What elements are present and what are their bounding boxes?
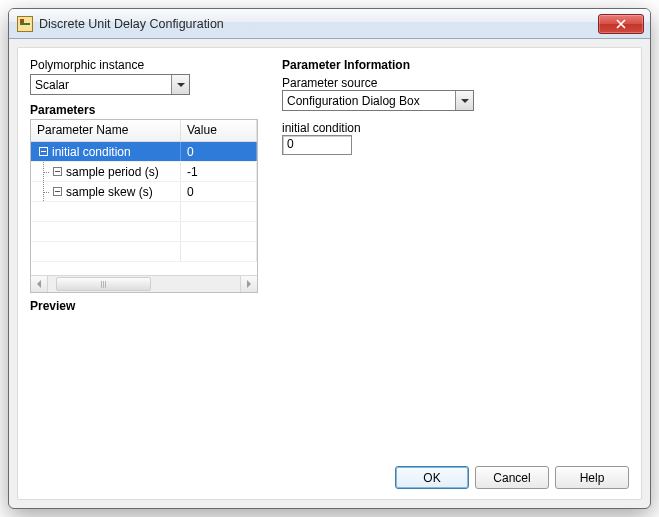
parameters-header-row: Parameter Name Value — [31, 120, 257, 142]
tree-toggle-icon[interactable] — [39, 147, 48, 156]
parameter-info-header: Parameter Information — [282, 58, 629, 72]
param-name: sample period (s) — [66, 165, 159, 179]
parameter-value-input[interactable]: 0 — [282, 135, 352, 155]
parameter-source-combobox[interactable]: Configuration Dialog Box — [282, 90, 474, 111]
polymorphic-dropdown-button[interactable] — [171, 75, 189, 94]
param-name: sample skew (s) — [66, 185, 153, 199]
content-area: Polymorphic instance Scalar Parameters P… — [17, 47, 642, 500]
parameters-table[interactable]: Parameter Name Value initial condition 0 — [30, 119, 258, 293]
param-value: 0 — [181, 182, 257, 201]
parameter-source-value: Configuration Dialog Box — [283, 94, 455, 108]
button-bar: OK Cancel Help — [30, 466, 629, 489]
tree-toggle-icon[interactable] — [53, 167, 62, 176]
scroll-track[interactable] — [48, 276, 240, 292]
horizontal-scrollbar[interactable] — [31, 275, 257, 292]
chevron-left-icon — [35, 280, 43, 288]
tree-toggle-icon[interactable] — [53, 187, 62, 196]
polymorphic-value: Scalar — [31, 78, 171, 92]
scroll-right-button[interactable] — [240, 276, 257, 292]
titlebar[interactable]: Discrete Unit Delay Configuration — [9, 9, 650, 39]
app-icon — [17, 16, 33, 32]
col-header-name[interactable]: Parameter Name — [31, 120, 181, 141]
chevron-down-icon — [461, 97, 469, 105]
help-button[interactable]: Help — [555, 466, 629, 489]
parameters-header: Parameters — [30, 103, 258, 117]
parameter-detail-label: initial condition — [282, 121, 629, 135]
tree-line-icon — [39, 162, 49, 181]
left-column: Polymorphic instance Scalar Parameters P… — [30, 58, 258, 458]
scroll-left-button[interactable] — [31, 276, 48, 292]
parameters-rows: initial condition 0 sample period (s) -1 — [31, 142, 257, 275]
parameter-detail: initial condition 0 — [282, 121, 629, 155]
table-row — [31, 242, 257, 262]
window-title: Discrete Unit Delay Configuration — [39, 17, 224, 31]
col-header-value[interactable]: Value — [181, 120, 257, 141]
help-label: Help — [580, 471, 605, 485]
ok-button[interactable]: OK — [395, 466, 469, 489]
right-column: Parameter Information Parameter source C… — [282, 58, 629, 458]
param-value: -1 — [181, 162, 257, 181]
polymorphic-label: Polymorphic instance — [30, 58, 258, 72]
chevron-down-icon — [177, 81, 185, 89]
parameter-source-label: Parameter source — [282, 76, 629, 90]
parameter-source-dropdown-button[interactable] — [455, 91, 473, 110]
table-row[interactable]: sample skew (s) 0 — [31, 182, 257, 202]
parameter-value-text: 0 — [287, 137, 294, 151]
param-value: 0 — [181, 142, 257, 161]
close-button[interactable] — [598, 14, 644, 34]
scroll-thumb[interactable] — [56, 277, 151, 291]
dialog-window: Discrete Unit Delay Configuration Polymo… — [8, 8, 651, 509]
table-row[interactable]: initial condition 0 — [31, 142, 257, 162]
cancel-label: Cancel — [493, 471, 530, 485]
table-row[interactable]: sample period (s) -1 — [31, 162, 257, 182]
close-icon — [616, 19, 626, 29]
chevron-right-icon — [245, 280, 253, 288]
cancel-button[interactable]: Cancel — [475, 466, 549, 489]
polymorphic-combobox[interactable]: Scalar — [30, 74, 190, 95]
table-row — [31, 222, 257, 242]
ok-label: OK — [423, 471, 440, 485]
preview-header: Preview — [30, 299, 258, 313]
table-row — [31, 202, 257, 222]
param-name: initial condition — [52, 145, 131, 159]
tree-line-icon — [39, 182, 49, 201]
